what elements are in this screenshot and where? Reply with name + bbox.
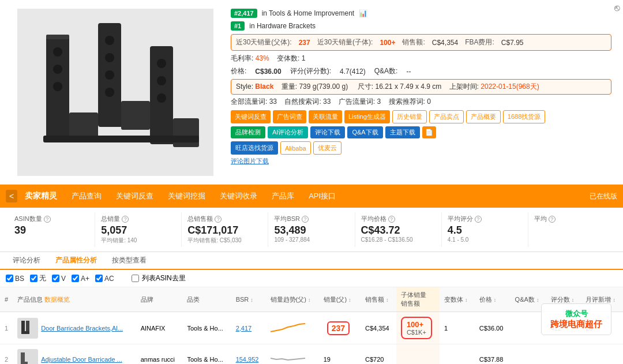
- info-icon-avg-rating[interactable]: ?: [475, 216, 482, 223]
- th-variants[interactable]: 变数体 ↕: [440, 287, 475, 312]
- checkbox-ac[interactable]: [95, 275, 103, 282]
- info-icon-bsr[interactable]: ?: [302, 216, 309, 223]
- th-sales[interactable]: 销售额 ↕: [361, 287, 396, 312]
- weight-val: 739 g(739.00 g): [299, 82, 348, 91]
- btn-doc[interactable]: 📄: [422, 126, 436, 138]
- product-thumb-2: [17, 349, 38, 364]
- variant-label: 变体数:: [277, 54, 299, 62]
- th-brand[interactable]: 品牌: [136, 287, 183, 312]
- btn-ad-query[interactable]: 广告词查: [273, 110, 306, 123]
- tab-review-analysis[interactable]: 评论分析: [6, 252, 47, 270]
- svg-point-9: [105, 53, 114, 62]
- stat-label-3: 销售额:: [402, 37, 425, 47]
- nav-item-keyword-collect[interactable]: 关键词收录: [214, 188, 263, 204]
- stat-block-avg-rating-value: 4.5: [448, 224, 522, 237]
- product-name-1[interactable]: Door Barricade Brackets,Al...: [41, 325, 123, 332]
- row-1-product: Door Barricade Brackets,Al...: [13, 312, 136, 344]
- th-num: #: [0, 287, 13, 312]
- btn-listing-gen[interactable]: Listing生成器: [344, 110, 390, 123]
- product-info-panel: #2,417 in Tools & Home Improvement 📊 #1 …: [225, 6, 617, 178]
- review-image-download-link[interactable]: 评论图片下载: [231, 157, 269, 164]
- qa-label: Q&A数:: [374, 66, 398, 76]
- filter-bs[interactable]: BS: [6, 275, 24, 283]
- tab-by-type[interactable]: 按类型查看: [105, 252, 153, 270]
- nav-item-api[interactable]: API接口: [303, 188, 341, 204]
- stat-block-avg-price: 平均价格 ? C$43.72 C$16.28 - C$136.50: [355, 212, 442, 247]
- share-icon[interactable]: ⎋: [614, 3, 620, 13]
- flow-row: 全部流量词: 33 自然搜索词: 33 广告流量词: 3 搜索推荐词: 0: [231, 97, 611, 107]
- flow-val-1: 33: [269, 97, 277, 106]
- btn-wangdian-source[interactable]: 旺店选找货源: [231, 141, 278, 155]
- stat-block-asin: ASIN数量 ? 39: [9, 212, 95, 247]
- btn-history-sales[interactable]: 历史销量: [392, 110, 427, 123]
- product-name-2[interactable]: Adjustable Door Barricade ...: [41, 356, 122, 363]
- btn-qa-download[interactable]: Q&A下载: [347, 126, 382, 138]
- watermark: 微众号 跨境电商超仔: [541, 303, 611, 335]
- nav-item-product-lib[interactable]: 产品库: [266, 188, 300, 204]
- btn-selling-points[interactable]: 产品卖点: [429, 110, 464, 123]
- stat-block-bsr-value: 53,489: [274, 224, 348, 237]
- th-qty-parent[interactable]: 销量(父) ↕: [319, 287, 361, 312]
- stat-block-avg-other-title: 平均 ?: [534, 215, 609, 223]
- btn-alibaba[interactable]: Alibaba: [280, 141, 311, 155]
- info-icon-total-sales[interactable]: ?: [122, 216, 129, 223]
- btn-youmaiyun[interactable]: 优麦云: [313, 141, 341, 155]
- info-icon-asin[interactable]: ?: [44, 216, 51, 223]
- bottom-link-area: 评论图片下载: [231, 157, 611, 166]
- nav-item-keyword-reverse[interactable]: 关键词反查: [110, 188, 159, 204]
- svg-rect-19: [173, 118, 199, 147]
- action-buttons-row2: 品牌检测 AI评论分析 评论下载 Q&A下载 主题下载 📄: [231, 126, 611, 138]
- tab-product-attribute[interactable]: 产品属性分析: [48, 252, 104, 270]
- watermark-name: 跨境电商超仔: [550, 319, 602, 330]
- info-icon-avg-price[interactable]: ?: [388, 216, 395, 223]
- bsr-link-2[interactable]: 154,952: [236, 356, 259, 363]
- size-label: 尺寸:: [358, 82, 373, 91]
- btn-theme-download[interactable]: 主题下载: [385, 126, 420, 138]
- th-product-info[interactable]: 产品信息 数据概览: [13, 287, 136, 312]
- th-trend[interactable]: 销量趋势(父) ↕: [266, 287, 319, 312]
- btn-ai-analysis[interactable]: AI评论分析: [268, 126, 308, 138]
- filter-aplus[interactable]: A+: [72, 275, 89, 283]
- stat-block-avg-price-value: C$43.72: [361, 224, 436, 237]
- bsr-link-1[interactable]: 2,417: [236, 325, 252, 332]
- row-1-child-sales: 100+ C$1K+: [396, 312, 440, 344]
- btn-brand-detect[interactable]: 品牌检测: [231, 126, 265, 138]
- btn-related-flow[interactable]: 关联流量: [309, 110, 342, 123]
- btn-1688-source[interactable]: 1688找货源: [503, 110, 545, 123]
- checkbox-bs[interactable]: [6, 275, 13, 282]
- action-buttons-row1: 关键词反查 广告词查 关联流量 Listing生成器 历史销量 产品卖点 产品概…: [231, 110, 611, 123]
- list-asin-filter: 列表ASIN去里: [132, 273, 186, 283]
- th-category[interactable]: 品类: [182, 287, 231, 312]
- checkbox-list-asin[interactable]: [132, 275, 139, 282]
- rating-val: 4.7(412): [340, 67, 366, 76]
- filter-aplus-label: A+: [81, 275, 89, 283]
- style-val: Black: [255, 82, 273, 91]
- svg-rect-22: [21, 331, 29, 334]
- stat-val-2: 100+: [380, 39, 395, 47]
- nav-item-product-query[interactable]: 产品查询: [66, 188, 107, 204]
- filter-v-label: V: [61, 275, 66, 283]
- checkbox-v[interactable]: [52, 275, 59, 282]
- btn-product-summary[interactable]: 产品概要: [466, 110, 501, 123]
- flow-val-3: 3: [377, 97, 381, 106]
- btn-review-download[interactable]: 评论下载: [310, 126, 345, 138]
- th-price[interactable]: 价格 ↕: [475, 287, 511, 312]
- filter-none[interactable]: 无: [30, 273, 46, 283]
- style-label: Style:: [236, 82, 253, 91]
- info-icon-revenue[interactable]: ?: [215, 216, 222, 223]
- sidebar-toggle[interactable]: <: [6, 190, 17, 202]
- th-child-sales[interactable]: 子体销量销售额: [396, 287, 440, 312]
- stat-block-bsr-sub: 109 - 327,884: [274, 237, 348, 243]
- th-bsr[interactable]: BSR ↕: [231, 287, 266, 312]
- filter-ac[interactable]: AC: [95, 275, 114, 283]
- nav-item-keyword-mine[interactable]: 关键词挖掘: [162, 188, 211, 204]
- row-2-category: Tools & Ho...: [182, 344, 231, 365]
- checkbox-aplus[interactable]: [72, 275, 79, 282]
- info-icon-avg-other[interactable]: ?: [549, 216, 556, 223]
- checkbox-none[interactable]: [30, 275, 37, 282]
- rank-badges-2: #1 in Hardware Brackets: [231, 21, 611, 31]
- filter-v[interactable]: V: [52, 275, 66, 283]
- stat-block-avg-rating-sub: 4.1 - 5.0: [448, 237, 522, 243]
- btn-keyword-reverse[interactable]: 关键词反查: [231, 110, 271, 123]
- filter-row: BS 无 V A+ AC 列表ASIN去里: [0, 270, 623, 287]
